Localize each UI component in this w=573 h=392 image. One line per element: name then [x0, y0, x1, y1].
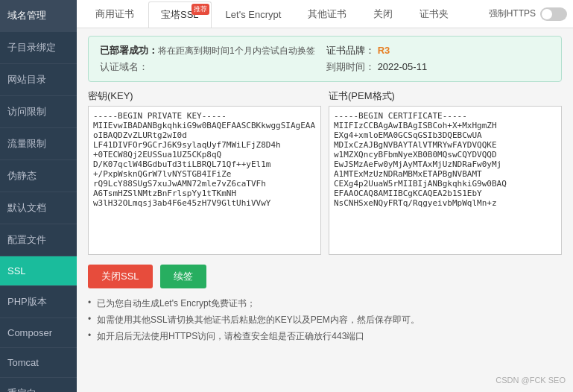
domain-label: 认证域名：	[100, 61, 148, 72]
tab-cert-folder[interactable]: 证书夹	[407, 1, 461, 27]
notes-list: 已为您自动生成Let's Encrypt免费证书；如需使用其他SSL请切换其他证…	[88, 297, 562, 343]
note-item: 如需使用其他SSL请切换其他证书后粘贴您的KEY以及PEM内容，然后保存即可。	[88, 314, 562, 326]
renew-button[interactable]: 续签	[160, 265, 206, 288]
tab-bt-ssl[interactable]: 宝塔SSL推荐	[148, 1, 212, 28]
key-textarea[interactable]	[88, 106, 321, 255]
tab-close[interactable]: 关闭	[361, 1, 405, 27]
sidebar-item-rewrite[interactable]: 伪静态	[0, 160, 77, 192]
sidebar-item-php-version[interactable]: PHP版本	[0, 286, 77, 318]
cert-label: 证书(PEM格式)	[329, 89, 562, 103]
tab-badge-bt-ssl: 推荐	[191, 4, 209, 15]
close-ssl-button[interactable]: 关闭SSL	[88, 265, 153, 288]
cert-brand-value: R3	[378, 45, 390, 56]
sidebar-item-subdir-bind[interactable]: 子目录绑定	[0, 32, 77, 64]
sidebar-item-ssl[interactable]: SSL	[0, 256, 77, 286]
content-area: 已部署成功：将在距离到期时间1个月内尝试自动换签 证书品牌： R3 认证域名： …	[77, 28, 573, 392]
sidebar-item-config-file[interactable]: 配置文件	[0, 224, 77, 256]
key-label: 密钥(KEY)	[88, 89, 321, 103]
cert-brand-info: 证书品牌： R3	[326, 44, 550, 57]
tab-commercial[interactable]: 商用证书	[83, 1, 147, 27]
sidebar-item-domain-mgmt[interactable]: 域名管理	[0, 0, 77, 32]
note-item: 如开启后无法使用HTTPS访问，请检查安全组是否正确放行443端口	[88, 330, 562, 343]
expire-value: 2022-05-11	[378, 61, 428, 72]
force-https-label: 强制HTTPS	[489, 7, 536, 20]
force-https-toggle[interactable]	[540, 7, 567, 21]
sidebar-item-traffic-limit[interactable]: 流量限制	[0, 128, 77, 160]
cert-block: 证书(PEM格式)	[329, 89, 562, 257]
sidebar-item-composer[interactable]: Composer	[0, 318, 77, 348]
sidebar-item-access-limit[interactable]: 访问限制	[0, 96, 77, 128]
tabs-bar: 商用证书宝塔SSL推荐Let's Encrypt其他证书关闭证书夹 强制HTTP…	[77, 0, 573, 28]
tab-other-cert[interactable]: 其他证书	[295, 1, 359, 27]
cert-textarea[interactable]	[329, 106, 562, 255]
sidebar-item-site-dir[interactable]: 网站目录	[0, 64, 77, 96]
sidebar-item-tomcat[interactable]: Tomcat	[0, 348, 77, 378]
action-buttons: 关闭SSL 续签	[88, 265, 562, 288]
main-panel: 商用证书宝塔SSL推荐Let's Encrypt其他证书关闭证书夹 强制HTTP…	[77, 0, 573, 392]
textareas-row: 密钥(KEY) 证书(PEM格式)	[88, 89, 562, 257]
status-label: 已部署成功：将在距离到期时间1个月内尝试自动换签	[100, 45, 315, 56]
domain-info: 认证域名：	[100, 60, 323, 74]
sidebar-item-redirect[interactable]: 重定向	[0, 378, 77, 392]
note-item: 已为您自动生成Let's Encrypt免费证书；	[88, 297, 562, 310]
sidebar: 域名管理子目录绑定网站目录访问限制流量限制伪静态默认文档配置文件SSLPHP版本…	[0, 0, 77, 392]
tab-lets-encrypt[interactable]: Let's Encrypt	[213, 2, 294, 26]
expire-info: 到期时间： 2022-05-11	[326, 60, 550, 74]
cert-brand-label: 证书品牌：	[326, 45, 375, 56]
toggle-circle	[542, 9, 552, 19]
force-https-control: 强制HTTPS	[489, 7, 567, 21]
success-banner: 已部署成功：将在距离到期时间1个月内尝试自动换签 证书品牌： R3 认证域名： …	[88, 36, 562, 82]
key-block: 密钥(KEY)	[88, 89, 321, 257]
status-text: 已部署成功：将在距离到期时间1个月内尝试自动换签	[100, 44, 323, 57]
expire-label: 到期时间：	[326, 61, 375, 72]
sidebar-item-default-doc[interactable]: 默认文档	[0, 192, 77, 224]
watermark: CSDN @FCK SEO	[496, 376, 566, 385]
